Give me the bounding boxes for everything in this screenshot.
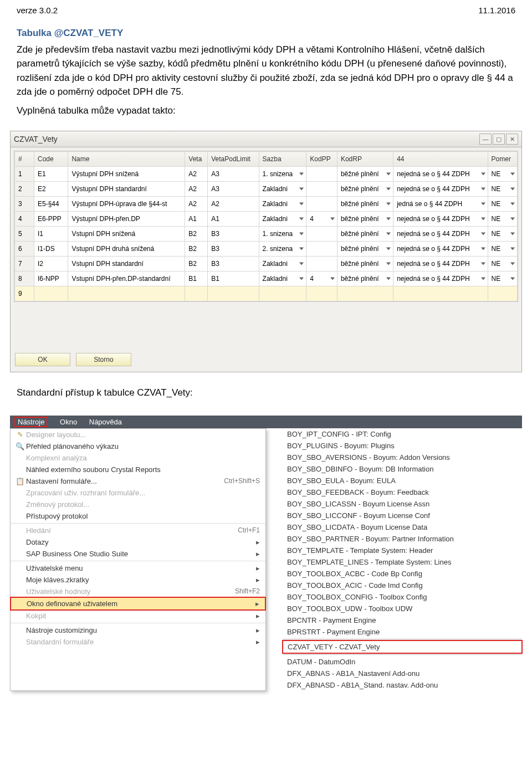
submenu-item[interactable]: BOY_SBO_AVERSIONS - Boyum: Addon Version…	[283, 452, 522, 463]
dropdown-caret-icon[interactable]	[510, 278, 515, 280]
dropdown-caret-icon[interactable]	[481, 233, 485, 235]
cell[interactable]: Zakladni	[259, 212, 306, 227]
menu-item[interactable]: 📋Nastavení formuláře...Ctrl+Shift+S	[11, 475, 265, 487]
col-header[interactable]: KodRP	[337, 152, 393, 167]
cell[interactable]: A3	[208, 167, 259, 182]
cell[interactable]: Zakladni	[259, 182, 306, 197]
cell[interactable]: A2	[185, 182, 208, 197]
cell[interactable]: NE	[488, 167, 517, 182]
cell[interactable]: Vstupní DPH snížená	[68, 227, 185, 242]
cell[interactable]: nejedná se o § 44 ZDPH	[393, 257, 488, 271]
dropdown-caret-icon[interactable]	[299, 173, 304, 176]
submenu-item[interactable]: BOY_TOOLBOX_UDW - Toolbox UDW	[283, 603, 522, 614]
submenu-item[interactable]: BOY_PLUGINS - Boyum: Plugins	[283, 440, 522, 452]
col-header[interactable]: KodPP	[306, 152, 337, 167]
cell[interactable]: 1. snizena	[259, 167, 306, 182]
table-row[interactable]: 5I1Vstupní DPH sníženáB2B31. snizenaběžn…	[15, 227, 518, 242]
menu-item[interactable]: SAP Business One Studio Suite▸	[11, 548, 265, 560]
dropdown-caret-icon[interactable]	[386, 203, 391, 206]
cell[interactable]: A2	[208, 197, 259, 212]
table-row[interactable]: 3E5-§44Výstupní DPH-úprava dle §44-stA2A…	[15, 197, 518, 212]
cell[interactable]: běžné plnění	[337, 271, 393, 286]
cell[interactable]	[306, 242, 337, 257]
cell[interactable]: 2. snizena	[259, 242, 306, 257]
dropdown-caret-icon[interactable]	[510, 248, 515, 250]
cell[interactable]: B1	[208, 271, 259, 286]
dropdown-caret-icon[interactable]	[386, 188, 391, 191]
cell[interactable]: běžné plnění	[337, 182, 393, 197]
dropdown-caret-icon[interactable]	[386, 233, 391, 235]
dropdown-caret-icon[interactable]	[330, 278, 335, 280]
submenu-item[interactable]: BOY_IPT_CONFIG - IPT: Config	[283, 428, 522, 440]
cell[interactable]: běžné plnění	[337, 167, 393, 182]
cell[interactable]	[185, 286, 208, 301]
dropdown-caret-icon[interactable]	[299, 233, 304, 235]
cell[interactable]: A2	[185, 167, 208, 182]
cell[interactable]: Výstupní DPH standardní	[68, 182, 185, 197]
col-header[interactable]: VetaPodLimit	[208, 152, 259, 167]
cell[interactable]: nejedná se o § 44 ZDPH	[393, 212, 488, 227]
cell[interactable]: Výstupní DPH snížená	[68, 167, 185, 182]
cell[interactable]: NE	[488, 197, 517, 212]
cell[interactable]: Výstupní DPH-úprava dle §44-st	[68, 197, 185, 212]
submenu-item[interactable]: CZVAT_VETY - CZVAT_Vety	[282, 640, 523, 654]
cell[interactable]: A3	[208, 182, 259, 197]
cell[interactable]: Zakladni	[259, 257, 306, 271]
dropdown-caret-icon[interactable]	[386, 278, 391, 280]
storno-button[interactable]: Storno	[76, 353, 131, 366]
cell[interactable]: Zakladni	[259, 197, 306, 212]
table-row[interactable]: 6I1-DSVstupní DPH druhá sníženáB2B32. sn…	[15, 242, 518, 257]
ok-button[interactable]: OK	[15, 353, 70, 366]
cell[interactable]: E5-§44	[34, 197, 68, 212]
dropdown-caret-icon[interactable]	[481, 203, 485, 206]
submenu-item[interactable]: BPRSTRT - Payment Engine	[283, 626, 522, 638]
dropdown-caret-icon[interactable]	[481, 188, 485, 191]
dropdown-caret-icon[interactable]	[510, 173, 515, 176]
cell[interactable]: NE	[488, 242, 517, 257]
menu-item[interactable]: Okno definované uživatelem▸	[10, 597, 266, 611]
menu-help[interactable]: Nápověda	[89, 418, 122, 426]
table-row[interactable]: 7I2Vstupní DPH standardníB2B3Zakladniběž…	[15, 257, 518, 271]
dropdown-caret-icon[interactable]	[299, 248, 304, 250]
col-header[interactable]: 44	[393, 152, 488, 167]
dropdown-caret-icon[interactable]	[510, 233, 515, 235]
cell[interactable]: I1-DS	[34, 242, 68, 257]
col-header[interactable]: Name	[68, 152, 185, 167]
dropdown-caret-icon[interactable]	[299, 278, 304, 280]
cell[interactable]: NE	[488, 257, 517, 271]
menu-item[interactable]: Moje kláves.zkratky▸	[11, 574, 265, 586]
cell[interactable]: I2	[34, 257, 68, 271]
submenu-item[interactable]: DFX_ABNASD - AB1A_Stand. nastav. Add-onu	[283, 679, 522, 691]
dropdown-caret-icon[interactable]	[386, 218, 391, 221]
dropdown-caret-icon[interactable]	[299, 218, 304, 221]
cell[interactable]: běžné plnění	[337, 197, 393, 212]
table-row[interactable]: 9	[15, 286, 518, 301]
cell[interactable]: B2	[185, 227, 208, 242]
cell[interactable]: NE	[488, 271, 517, 286]
submenu-item[interactable]: BOY_SBO_DBINFO - Boyum: DB Information	[283, 463, 522, 475]
cell[interactable]: nejedná se o § 44 ZDPH	[393, 242, 488, 257]
cell[interactable]: I1	[34, 227, 68, 242]
cell[interactable]: nejedná se o § 44 ZDPH	[393, 227, 488, 242]
cell[interactable]: B2	[185, 257, 208, 271]
menu-item[interactable]: 🔍Přehled plánovaného výkazu	[11, 440, 265, 452]
menu-item[interactable]: Nástroje customizingu▸	[11, 624, 265, 636]
cell[interactable]	[68, 286, 185, 301]
cell[interactable]: běžné plnění	[337, 257, 393, 271]
cell[interactable]: B1	[185, 271, 208, 286]
cell[interactable]: A1	[185, 212, 208, 227]
submenu-item[interactable]: BOY_TEMPLATE_LINES - Template System: Li…	[283, 556, 522, 568]
cell[interactable]	[488, 286, 517, 301]
col-header[interactable]: Code	[34, 152, 68, 167]
submenu-item[interactable]: DFX_ABNAS - AB1A_Nastavení Add-onu	[283, 668, 522, 679]
cell[interactable]	[306, 257, 337, 271]
submenu-item[interactable]: BPCNTR - Payment Engine	[283, 614, 522, 626]
submenu-item[interactable]: DATUM - DatumOdIn	[283, 656, 522, 668]
cell[interactable]: B2	[185, 242, 208, 257]
cell[interactable]	[208, 286, 259, 301]
dropdown-caret-icon[interactable]	[481, 248, 485, 250]
submenu-item[interactable]: BOY_SBO_FEEDBACK - Boyum: Feedback	[283, 486, 522, 498]
cell[interactable]: Vstupní DPH-přen.DP-standardní	[68, 271, 185, 286]
cell[interactable]: E6-PPP	[34, 212, 68, 227]
window-close-button[interactable]: ✕	[506, 134, 518, 145]
